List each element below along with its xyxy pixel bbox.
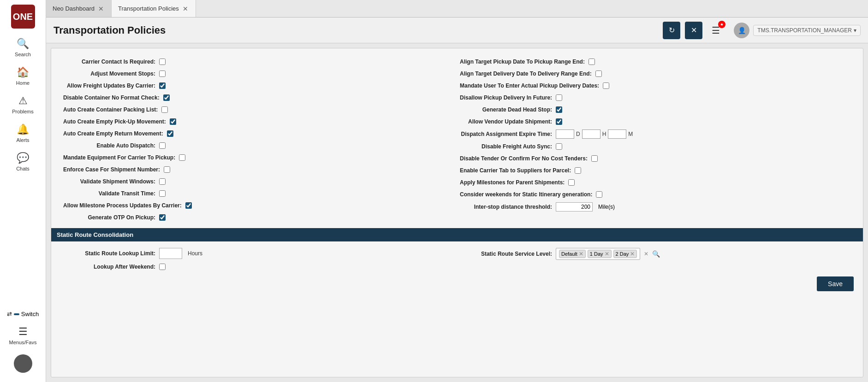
checkbox-generate-otp[interactable] [159, 214, 166, 221]
refresh-button[interactable]: ↻ [663, 22, 680, 39]
avatar [14, 354, 32, 373]
form-right-col: Align Target Pickup Date To Pickup Range… [457, 56, 854, 223]
lookup-limit-input[interactable] [159, 248, 182, 259]
search-tags-button[interactable]: 🔍 [652, 250, 660, 258]
right-row-generate-dead-head: Generate Dead Head Stop: [457, 104, 854, 116]
tab-close-neo-dashboard[interactable]: ✕ [97, 5, 105, 12]
checkbox-apply-milestones[interactable] [568, 179, 575, 186]
save-button[interactable]: Save [817, 276, 854, 291]
close-button[interactable]: ✕ [685, 22, 702, 39]
label-mandate-user: Mandate User To Enter Actual Pickup Deli… [460, 82, 599, 89]
checkbox-disable-container[interactable] [163, 94, 170, 101]
label-adjust-movement: Adjust Movement Stops: [63, 71, 155, 77]
service-level-tag: 1 Day ✕ [588, 250, 612, 258]
left-row-enforce-case: Enforce Case For Shipment Number: [60, 164, 457, 176]
menu-button[interactable]: ☰ ★ [707, 22, 725, 39]
checkbox-consider-weekends[interactable] [596, 191, 602, 198]
static-route-right: Static Route Service Level: Default ✕1 D… [457, 246, 854, 273]
checkbox-auto-empty-return[interactable] [167, 130, 173, 137]
sidebar-item-menus[interactable]: ☰ Menus/Favs [0, 321, 46, 350]
remove-tag-button[interactable]: ✕ [630, 251, 635, 257]
checkbox-allow-freight[interactable] [159, 82, 166, 89]
home-icon: 🏠 [17, 66, 29, 78]
label-disable-container: Disable Container No Format Check: [63, 94, 160, 101]
sidebar-item-problems[interactable]: ⚠ Problems [0, 90, 46, 119]
checkbox-adjust-movement[interactable] [159, 71, 166, 77]
chats-icon: 💬 [17, 152, 29, 164]
left-row-auto-create-container: Auto Create Container Packing List: [60, 104, 457, 116]
tab-transportation-policies[interactable]: Transportation Policies ✕ [112, 0, 196, 17]
switch-badge [14, 313, 19, 315]
threshold-unit-label: Mile(s) [598, 204, 615, 210]
sidebar-item-home[interactable]: 🏠 Home [0, 62, 46, 90]
switch-icon: ⇄ [7, 311, 12, 317]
user-role-dropdown[interactable]: TMS.TRANSPORTATION_MANAGER ▾ [753, 25, 861, 36]
checkbox-allow-milestone[interactable] [185, 202, 192, 209]
checkbox-align-delivery[interactable] [595, 71, 602, 77]
user-role-label: TMS.TRANSPORTATION_MANAGER [757, 27, 852, 34]
sidebar-item-alerts[interactable]: 🔔 Alerts [0, 119, 46, 147]
sidebar-item-chats[interactable]: 💬 Chats [0, 147, 46, 176]
static-route-left: Static Route Lookup Limit: Hours Lookup … [60, 246, 457, 273]
checkbox-enable-carrier-tab[interactable] [575, 167, 581, 174]
checkbox-carrier-contact[interactable] [159, 59, 166, 65]
left-row-validate-shipment: Validate Shipment Windows: [60, 176, 457, 188]
label-enable-auto-dispatch: Enable Auto Dispatch: [63, 142, 155, 149]
service-level-label: Static Route Service Level: [460, 251, 552, 257]
left-row-enable-auto-dispatch: Enable Auto Dispatch: [60, 140, 457, 152]
checkbox-auto-create-container[interactable] [161, 106, 168, 113]
left-row-carrier-contact: Carrier Contact Is Required: [60, 56, 457, 68]
checkbox-mandate-user[interactable] [603, 82, 609, 89]
sidebar-item-label: Search [15, 52, 31, 57]
checkbox-validate-transit[interactable] [159, 190, 166, 197]
lookup-limit-label: Static Route Lookup Limit: [63, 250, 155, 257]
label-consider-weekends: Consider weekends for Static Itinerary g… [460, 191, 592, 198]
checkbox-mandate-equipment[interactable] [179, 154, 185, 161]
checkbox-disable-tender[interactable] [591, 155, 598, 162]
label-auto-create-container: Auto Create Container Packing List: [63, 106, 158, 113]
interstop-threshold-input[interactable] [556, 202, 593, 212]
checkbox-generate-dead-head[interactable] [556, 106, 562, 113]
tab-label: Neo Dashboard [53, 5, 95, 12]
lookup-after-weekend-checkbox[interactable] [159, 264, 166, 270]
left-row-generate-otp: Generate OTP On Pickup: [60, 212, 457, 223]
checkbox-enable-auto-dispatch[interactable] [159, 142, 166, 149]
right-row-enable-carrier-tab: Enable Carrier Tab to Suppliers for Parc… [457, 165, 854, 176]
right-row-disable-freight-sync: Disable Freight Auto Sync: [457, 141, 854, 153]
left-row-allow-freight: Allow Freight Updates By Carrier: [60, 80, 457, 92]
dispatch-d-input[interactable] [556, 129, 574, 139]
remove-tag-button[interactable]: ✕ [579, 251, 583, 257]
checkbox-align-pickup[interactable] [589, 59, 595, 65]
checkbox-allow-vendor[interactable] [556, 118, 562, 125]
label-enable-carrier-tab: Enable Carrier Tab to Suppliers for Parc… [460, 167, 571, 174]
checkbox-disallow-pickup[interactable] [556, 94, 562, 101]
sidebar-item-label: Alerts [16, 137, 29, 143]
form-left-col: Carrier Contact Is Required:Adjust Movem… [60, 56, 457, 223]
label-auto-empty-pickup: Auto Create Empty Pick-Up Movement: [63, 118, 166, 125]
switch-label: Switch [21, 311, 39, 317]
clear-tags-button[interactable]: ✕ [644, 251, 648, 257]
remove-tag-button[interactable]: ✕ [605, 251, 609, 257]
checkbox-disable-freight-sync[interactable] [556, 143, 562, 150]
sidebar-item-search[interactable]: 🔍 Search [0, 33, 46, 62]
sidebar-item-user-avatar[interactable] [0, 350, 46, 377]
sidebar-item-switch[interactable]: ⇄ Switch [7, 307, 39, 321]
tab-neo-dashboard[interactable]: Neo Dashboard ✕ [46, 0, 112, 17]
service-level-tag: 2 Day ✕ [613, 250, 637, 258]
label-dispatch-expire: Dispatch Assignment Expire Time: [460, 131, 552, 137]
label-validate-shipment: Validate Shipment Windows: [63, 178, 155, 185]
checkbox-validate-shipment[interactable] [159, 178, 166, 185]
lookup-after-weekend-label: Lookup After Weekend: [63, 264, 155, 270]
content-area: Carrier Contact Is Required:Adjust Movem… [46, 43, 868, 382]
problems-icon: ⚠ [18, 95, 28, 107]
dispatch-m-input[interactable] [608, 129, 626, 139]
alerts-icon: 🔔 [17, 123, 29, 135]
checkbox-enforce-case[interactable] [164, 166, 170, 173]
tab-close-transportation-policies[interactable]: ✕ [182, 5, 189, 12]
sidebar: ONE 🔍 Search 🏠 Home ⚠ Problems 🔔 Alerts … [0, 0, 46, 382]
form-panel: Carrier Contact Is Required:Adjust Movem… [51, 48, 863, 377]
dispatch-h-input[interactable] [582, 129, 600, 139]
checkbox-auto-empty-pickup[interactable] [170, 118, 176, 125]
label-enforce-case: Enforce Case For Shipment Number: [63, 166, 160, 173]
service-level-tags: Default ✕1 Day ✕2 Day ✕ [556, 248, 640, 260]
